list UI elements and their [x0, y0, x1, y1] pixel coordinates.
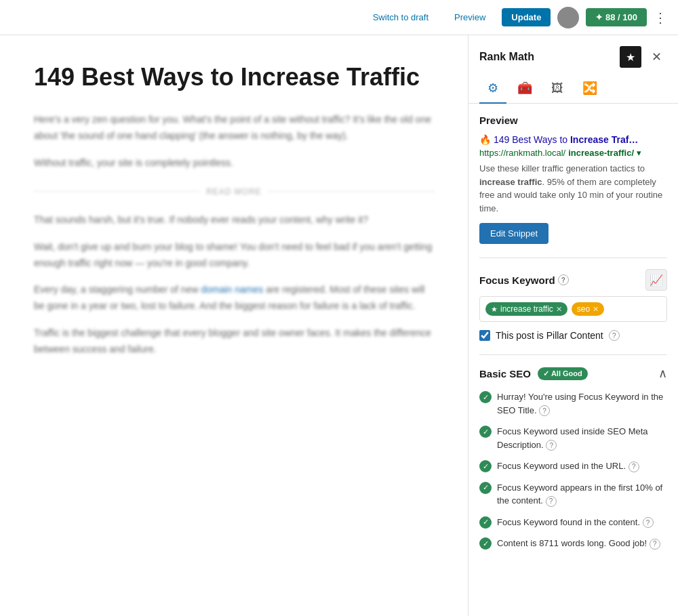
sidebar-header: Rank Math ★ ✕: [468, 35, 678, 68]
keyword-tag-close-icon[interactable]: ✕: [556, 305, 562, 314]
sidebar: Rank Math ★ ✕ ⚙ 🧰 🖼 🔀: [468, 35, 678, 616]
preview-desc-start: Use these killer traffic generation tact…: [479, 163, 645, 173]
collapse-icon[interactable]: ∧: [658, 366, 667, 381]
seo-check-text-1: Hurray! You're using Focus Keyword in th…: [497, 390, 667, 417]
seo-check-6: ✓ Content is 8711 words long. Good job! …: [479, 537, 667, 550]
seo-check-help-1[interactable]: ?: [539, 405, 550, 416]
tab-advanced[interactable]: 🧰: [509, 74, 540, 104]
star-button[interactable]: ★: [620, 46, 641, 68]
sidebar-header-icons: ★ ✕: [620, 46, 667, 68]
seo-score-button[interactable]: ✦ 88 / 100: [586, 8, 647, 26]
preview-title-bold: Increase Traf…: [570, 134, 638, 145]
basic-seo-title: Basic SEO: [479, 368, 531, 379]
preview-section: Preview 🔥 149 Best Ways to Increase Traf…: [479, 115, 667, 244]
preview-desc-bold: increase traffic: [479, 177, 542, 187]
focus-keyword-header: Focus Keyword ? 📈: [479, 269, 667, 291]
focus-keyword-help-icon[interactable]: ?: [558, 274, 569, 285]
paragraph-2: Without traffic, your site is completely…: [34, 155, 434, 171]
read-more-line-right: [268, 191, 434, 192]
paragraph-1: Here's a very zen question for you. What…: [34, 112, 434, 144]
seo-check-5: ✓ Focus Keyword found in the content. ?: [479, 516, 667, 529]
read-more-label: READ MORE: [206, 185, 262, 199]
main-layout: 149 Best Ways to Increase Traffic Here's…: [0, 35, 678, 616]
seo-check-4: ✓ Focus Keyword appears in the first 10%…: [479, 481, 667, 508]
tab-social[interactable]: 🔀: [574, 74, 605, 104]
update-button[interactable]: Update: [502, 8, 551, 26]
check-green-icon-2: ✓: [479, 426, 492, 438]
focus-keyword-label: Focus Keyword ?: [479, 274, 569, 286]
star-icon: ★: [626, 51, 635, 64]
gear-icon: ⚙: [487, 81, 498, 95]
keyword-tag-seo-close-icon[interactable]: ✕: [593, 305, 599, 314]
keyword-tag-increase-traffic: ★ increase traffic ✕: [485, 302, 567, 316]
fire-emoji: 🔥: [479, 134, 491, 145]
post-body: Here's a very zen question for you. What…: [34, 112, 434, 357]
domain-names-link[interactable]: domain names: [201, 284, 263, 295]
content-area: 149 Best Ways to Increase Traffic Here's…: [0, 35, 468, 616]
sidebar-tabs: ⚙ 🧰 🖼 🔀: [468, 73, 678, 104]
trend-button[interactable]: 📈: [645, 269, 667, 291]
read-more-divider: READ MORE: [34, 185, 434, 199]
paragraph-5: Every day, a staggering number of new do…: [34, 282, 434, 314]
preview-post-title: 🔥 149 Best Ways to Increase Traf…: [479, 134, 667, 145]
keyword-tag-text: increase traffic: [500, 304, 553, 314]
seo-check-help-5[interactable]: ?: [643, 517, 654, 528]
seo-check-help-2[interactable]: ?: [546, 440, 557, 451]
close-sidebar-button[interactable]: ✕: [645, 46, 667, 68]
keyword-tag-seo-text: seo: [577, 304, 590, 314]
pillar-content-checkbox[interactable]: [479, 330, 490, 341]
preview-button[interactable]: Preview: [445, 8, 495, 26]
focus-keyword-text: Focus Keyword: [479, 274, 555, 286]
briefcase-icon: 🧰: [517, 81, 532, 95]
pillar-help-icon[interactable]: ?: [609, 330, 620, 341]
trend-icon: 📈: [650, 274, 663, 287]
pillar-content-label: This post is Pillar Content: [496, 330, 603, 341]
keyword-tags-container[interactable]: ★ increase traffic ✕ seo ✕: [479, 296, 667, 322]
all-good-check-icon: ✓: [543, 369, 549, 378]
switch-to-draft-button[interactable]: Switch to draft: [363, 8, 438, 26]
read-more-line-left: [34, 191, 199, 192]
preview-description: Use these killer traffic generation tact…: [479, 162, 667, 215]
paragraph-6: Traffic is the biggest challenge that ev…: [34, 325, 434, 358]
share-icon: 🔀: [582, 81, 597, 95]
top-bar: Switch to draft Preview Update ✦ 88 / 10…: [0, 0, 678, 35]
check-green-icon-4: ✓: [479, 482, 492, 494]
sidebar-content: Preview 🔥 149 Best Ways to Increase Traf…: [468, 104, 678, 616]
preview-section-title: Preview: [479, 115, 667, 126]
edit-snippet-button[interactable]: Edit Snippet: [479, 223, 549, 244]
seo-check-text-5: Focus Keyword found in the content. ?: [497, 516, 667, 529]
seo-checks-list: ✓ Hurray! You're using Focus Keyword in …: [479, 390, 667, 550]
seo-check-text-4: Focus Keyword appears in the first 10% o…: [497, 481, 667, 508]
basic-seo-section: Basic SEO ✓ All Good ∧ ✓ Hurray! You're …: [479, 366, 667, 550]
seo-check-help-4[interactable]: ?: [546, 496, 557, 507]
divider-1: [479, 258, 667, 258]
seo-check-help-3[interactable]: ?: [629, 461, 639, 472]
preview-url: https://rankmath.local/increase-traffic/…: [479, 148, 667, 158]
paragraph-4: Wait, don't give up and burn your blog t…: [34, 239, 434, 272]
circle-button[interactable]: [557, 7, 579, 28]
paragraph-3: That sounds harsh, but it's true. If nob…: [34, 212, 434, 228]
keyword-tag-seo: seo ✕: [572, 302, 604, 316]
focus-keyword-section: Focus Keyword ? 📈 ★ increase traffic ✕ s…: [479, 269, 667, 322]
preview-title-start: 149 Best Ways to: [494, 134, 570, 145]
more-options-button[interactable]: ⋮: [654, 9, 667, 26]
seo-check-1: ✓ Hurray! You're using Focus Keyword in …: [479, 390, 667, 417]
all-good-text: All Good: [551, 369, 582, 377]
seo-check-2: ✓ Focus Keyword used inside SEO Meta Des…: [479, 425, 667, 451]
url-arrow-icon: ▾: [637, 148, 641, 158]
divider-2: [479, 354, 667, 355]
seo-check-help-6[interactable]: ?: [650, 539, 660, 550]
star-tag-icon: ★: [491, 305, 498, 314]
check-green-icon-5: ✓: [479, 516, 492, 529]
seo-check-text-2: Focus Keyword used inside SEO Meta Descr…: [497, 425, 667, 451]
tab-general[interactable]: ⚙: [479, 74, 506, 104]
check-green-icon-1: ✓: [479, 391, 492, 403]
basic-seo-header: Basic SEO ✓ All Good ∧: [479, 366, 667, 381]
sidebar-title: Rank Math: [479, 51, 534, 63]
seo-check-3: ✓ Focus Keyword used in the URL. ?: [479, 459, 667, 473]
preview-url-base: https://rankmath.local/: [479, 148, 565, 158]
image-icon: 🖼: [551, 81, 563, 95]
seo-check-text-6: Content is 8711 words long. Good job! ?: [497, 537, 667, 550]
tab-schema[interactable]: 🖼: [543, 75, 572, 104]
check-green-icon-3: ✓: [479, 460, 492, 472]
